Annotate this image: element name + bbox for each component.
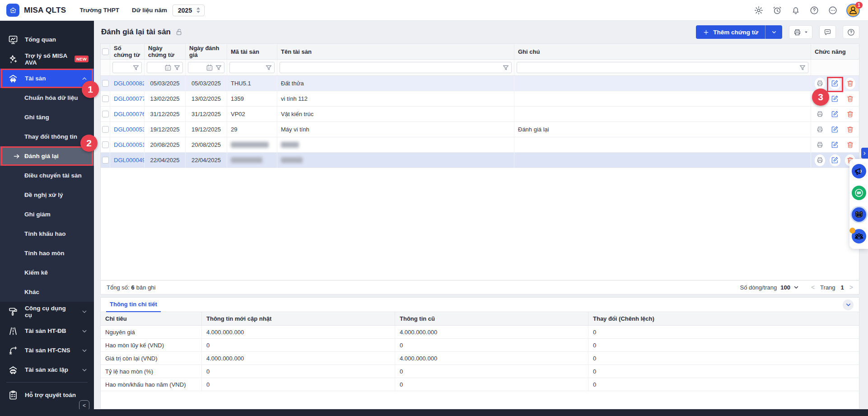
row-edit-button[interactable] [830,139,840,151]
column-header-6[interactable]: Ghi chú [514,44,811,59]
filter-funnel-icon[interactable] [173,64,181,71]
row-edit-button[interactable] [830,93,840,105]
filter-funnel-icon[interactable] [502,64,509,71]
help-button[interactable] [809,5,819,15]
row-checkbox[interactable] [102,111,109,117]
filter-funnel-icon[interactable] [265,64,272,71]
detail-collapse-button[interactable] [843,299,854,310]
row-print-button[interactable] [815,78,825,89]
row-checkbox[interactable] [102,126,109,133]
calendar-icon[interactable] [164,64,172,71]
row-print-button[interactable] [815,139,825,151]
row-edit-button[interactable] [830,124,840,136]
doc-number-link[interactable]: DGL000049 [114,157,145,164]
doc-number-link[interactable]: DGL000076 [114,111,145,117]
table-row[interactable]: DGL00004922/04/202522/04/2025 [101,153,859,168]
doc-number-link[interactable]: DGL000082 [114,80,145,87]
row-checkbox[interactable] [102,80,109,87]
table-row[interactable]: DGL00007631/12/202531/12/2025VP02Vật kiế… [101,107,859,122]
rows-per-page-select[interactable]: 100 [780,284,799,291]
print-button[interactable] [789,25,812,39]
sidebar-item-trợ-lý-số-misa-ava[interactable]: Trợ lý số MISA AVANEW [0,49,94,69]
more-button[interactable] [828,5,838,15]
help-button[interactable] [843,25,859,39]
sidebar-item-tài-sản-xác-lập[interactable]: Tài sản xác lập [0,360,94,379]
community-button[interactable] [852,229,866,243]
sidebar-item-label: Trợ lý số MISA AVA [25,52,67,66]
add-document-button[interactable]: Thêm chứng từ [696,25,765,39]
row-edit-button[interactable] [830,154,840,166]
data-year-selector[interactable]: 2025 [173,5,205,16]
announcements-button[interactable] [852,164,866,178]
user-avatar[interactable]: 1 [846,4,860,17]
sidebar-subitem-thay-đổi-thông-tin[interactable]: Thay đổi thông tin [0,127,94,146]
sidebar-item-tài-sản-ht-đb[interactable]: Tài sản HT-ĐB [0,321,94,341]
reminder-button[interactable] [772,5,782,15]
row-print-button[interactable] [815,124,825,136]
notification-button[interactable] [791,5,801,15]
sidebar-subitem-điều-chuyển-tài-sản[interactable]: Điều chuyển tài sản [0,166,94,185]
column-header-3[interactable]: Ngày đánh giá [186,44,227,59]
column-header-1[interactable]: Số chứng từ [110,44,145,59]
sidebar-subitem-tính-khấu-hao[interactable]: Tính khấu hao [0,224,94,243]
sidebar-subitem-ghi-giảm[interactable]: Ghi giảm [0,205,94,224]
row-checkbox[interactable] [102,95,109,102]
next-page-button[interactable]: > [849,284,853,291]
filter-input-6[interactable] [517,62,808,73]
filter-funnel-icon[interactable] [215,64,222,71]
sidebar-item-tổng-quan[interactable]: Tổng quan [0,30,94,49]
sidebar-subitem-tính-hao-mòn[interactable]: Tính hao mòn [0,243,94,263]
prev-page-button[interactable]: < [811,284,815,291]
row-checkbox[interactable] [102,141,109,148]
row-checkbox[interactable] [102,157,109,164]
annotation-box-edit-action [827,77,843,92]
column-header-5[interactable]: Tên tài sản [277,44,514,59]
select-all-checkbox[interactable] [102,48,109,55]
tab-detail-info[interactable]: Thông tin chi tiết [106,298,161,312]
year-stepper-icon[interactable] [196,7,200,13]
sidebar-subitem-label: Ghi giảm [24,211,51,218]
sidebar-subitem-khác[interactable]: Khác [0,282,94,302]
table-row[interactable]: DGL00008205/03/202505/03/2025THU5.1Đất t… [101,76,859,91]
column-header-4[interactable]: Mã tài sản [227,44,277,59]
feedback-button[interactable] [819,25,836,39]
float-panel-expand-tab[interactable] [861,148,868,159]
ava-bot-button[interactable] [852,207,866,222]
row-delete-button[interactable] [845,139,855,151]
row-print-button[interactable] [815,154,825,166]
sidebar-subitem-chuẩn-hóa-dữ-liệu[interactable]: Chuẩn hóa dữ liệu [0,88,94,108]
doc-number-link[interactable]: DGL0000511 [114,141,145,148]
doc-number-link[interactable]: DGL000053 [114,126,145,133]
print-icon [816,110,824,118]
filter-funnel-icon[interactable] [799,64,806,71]
row-print-button[interactable] [815,108,825,120]
column-header-7[interactable]: Chức năng [811,44,859,59]
sidebar-subitem-kiểm-kê[interactable]: Kiểm kê [0,263,94,282]
row-delete-button[interactable] [845,108,855,120]
table-row[interactable]: DGL00005319/12/202519/12/202529Máy vi tí… [101,122,859,137]
sidebar-item-công-cụ-dụng-cụ[interactable]: Công cụ dụng cụ [0,302,94,321]
settings-button[interactable] [754,5,764,15]
table-row[interactable]: DGL00007713/02/202513/02/20251359vi tính… [101,91,859,107]
table-row[interactable]: DGL000051120/08/202520/08/2025 [101,137,859,153]
row-delete-button[interactable] [845,93,855,105]
chevron-down-icon [793,284,799,290]
doc-number-link[interactable]: DGL000077 [114,95,145,102]
add-document-dropdown[interactable] [765,25,782,39]
filter-input-5[interactable] [280,62,512,73]
sidebar-item-label: Tài sản HT-CNS [25,347,70,354]
sidebar-subitem-đề-nghị-xử-lý[interactable]: Đề nghị xử lý [0,185,94,205]
calendar-icon[interactable] [206,64,213,71]
row-delete-button[interactable] [845,78,855,89]
sidebar-item-tài-sản-ht-cns[interactable]: Tài sản HT-CNS [0,341,94,360]
filter-funnel-icon[interactable] [132,64,140,71]
filter-actions-cell [811,60,859,75]
support-chat-button[interactable] [852,186,866,200]
row-edit-button[interactable] [830,108,840,120]
row-delete-button[interactable] [845,124,855,136]
misa-logo[interactable] [6,4,19,17]
current-page[interactable]: 1 [841,284,844,291]
sidebar-subitem-ghi-tăng[interactable]: Ghi tăng [0,108,94,127]
asset-code-cell: 29 [227,122,277,137]
column-header-2[interactable]: Ngày chứng từ [145,44,186,59]
